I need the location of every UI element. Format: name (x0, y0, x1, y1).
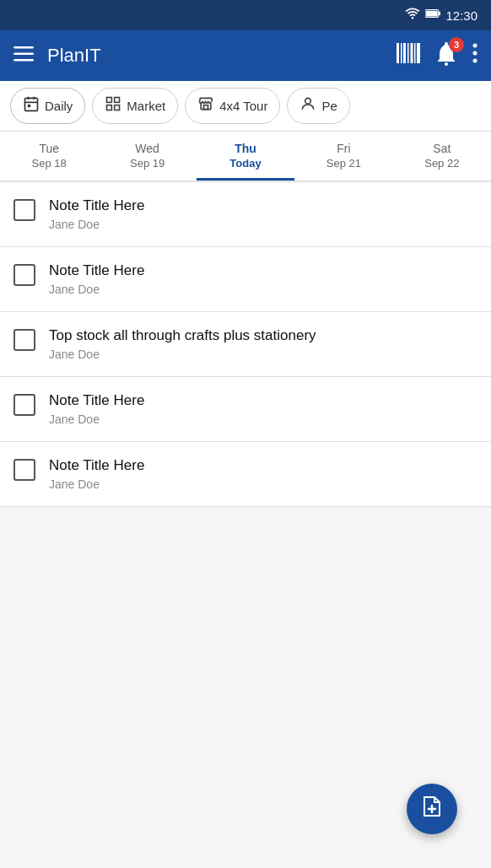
status-time: 12:30 (445, 8, 478, 23)
notification-badge: 3 (449, 37, 464, 52)
status-icons: 12:30 (405, 8, 478, 23)
svg-rect-7 (401, 43, 402, 63)
day-fri-name: Fri (337, 142, 350, 155)
more-options-icon[interactable] (472, 43, 478, 68)
day-thu[interactable]: Thu Today (197, 132, 294, 181)
task-author-4: Jane Doe (49, 412, 144, 426)
task-title-4: Note Title Here (49, 392, 144, 409)
day-navigator: Tue Sep 18 Wed Sep 19 Thu Today Fri Sep … (0, 132, 491, 182)
task-item-5[interactable]: Note Title Here Jane Doe (0, 442, 491, 507)
app-title: PlanIT (47, 45, 383, 67)
svg-rect-5 (13, 59, 34, 62)
svg-rect-26 (115, 105, 120, 111)
app-bar-icons: 3 (397, 42, 478, 69)
task-title-3: Top stock all through crafts plus statio… (49, 327, 316, 344)
task-title-2: Note Title Here (49, 262, 144, 279)
task-list: Note Title Here Jane Doe Note Title Here… (0, 182, 491, 507)
task-author-1: Jane Doe (49, 218, 144, 231)
task-title-1: Note Title Here (49, 197, 144, 214)
day-thu-name: Thu (235, 142, 256, 155)
task-item-4[interactable]: Note Title Here Jane Doe (0, 377, 491, 442)
task-author-3: Jane Doe (49, 348, 316, 361)
svg-rect-4 (13, 53, 34, 56)
tab-market-label: Market (127, 99, 165, 113)
add-note-button[interactable] (407, 784, 457, 834)
day-thu-date: Today (229, 157, 261, 170)
day-tue-date: Sep 18 (32, 157, 67, 170)
hamburger-icon[interactable] (13, 45, 34, 67)
svg-rect-8 (403, 43, 406, 63)
day-tue[interactable]: Tue Sep 18 (0, 132, 98, 181)
svg-rect-10 (411, 43, 413, 63)
task-checkbox-4[interactable] (13, 394, 35, 416)
tab-person-label: Pe (321, 99, 337, 113)
task-content-4: Note Title Here Jane Doe (49, 392, 144, 426)
svg-rect-27 (204, 105, 208, 110)
notification-bell[interactable]: 3 (435, 42, 457, 69)
wifi-icon (405, 8, 420, 23)
task-content-2: Note Title Here Jane Doe (49, 262, 144, 296)
svg-point-13 (445, 62, 448, 66)
svg-rect-3 (13, 46, 34, 49)
battery-icon (425, 8, 440, 23)
day-sat-name: Sat (433, 142, 451, 155)
tab-daily[interactable]: Daily (10, 88, 85, 124)
svg-rect-12 (417, 43, 420, 63)
day-sat-date: Sep 22 (424, 157, 459, 170)
task-content-5: Note Title Here Jane Doe (49, 457, 144, 491)
view-tabs: Daily Market 4x4 Tour (0, 81, 491, 132)
task-content-3: Top stock all through crafts plus statio… (49, 327, 316, 361)
day-fri[interactable]: Fri Sep 21 (294, 132, 392, 181)
day-tue-name: Tue (39, 142, 59, 155)
tab-market[interactable]: Market (92, 88, 178, 124)
tab-person[interactable]: Pe (287, 88, 349, 124)
day-fri-date: Sep 21 (326, 157, 361, 170)
task-title-5: Note Title Here (49, 457, 144, 474)
task-item-2[interactable]: Note Title Here Jane Doe (0, 247, 491, 312)
svg-rect-25 (107, 105, 112, 111)
tab-4x4tour[interactable]: 4x4 Tour (185, 88, 280, 124)
app-bar: PlanIT 3 (0, 30, 491, 81)
grid-icon (105, 95, 121, 116)
task-item-1[interactable]: Note Title Here Jane Doe (0, 182, 491, 247)
add-note-icon (420, 795, 444, 824)
task-author-5: Jane Doe (49, 477, 144, 491)
svg-rect-14 (445, 42, 448, 46)
svg-rect-6 (397, 43, 399, 63)
svg-rect-2 (440, 12, 441, 16)
task-author-2: Jane Doe (49, 283, 144, 296)
task-item-3[interactable]: Top stock all through crafts plus statio… (0, 312, 491, 377)
svg-rect-11 (414, 43, 416, 63)
svg-rect-22 (28, 105, 30, 107)
svg-point-15 (473, 44, 478, 48)
svg-rect-1 (427, 11, 439, 17)
day-sat[interactable]: Sat Sep 22 (393, 132, 491, 181)
svg-rect-23 (107, 98, 112, 103)
day-wed[interactable]: Wed Sep 19 (98, 132, 196, 181)
tab-4x4tour-label: 4x4 Tour (219, 99, 267, 113)
task-content-1: Note Title Here Jane Doe (49, 197, 144, 231)
barcode-icon[interactable] (397, 43, 420, 68)
task-checkbox-2[interactable] (13, 264, 35, 286)
task-checkbox-5[interactable] (13, 459, 35, 481)
person-icon (299, 95, 316, 116)
task-checkbox-1[interactable] (13, 199, 35, 221)
day-wed-name: Wed (135, 142, 159, 155)
svg-rect-9 (407, 43, 409, 63)
svg-rect-24 (115, 98, 120, 103)
day-wed-date: Sep 19 (130, 157, 165, 170)
svg-point-17 (473, 59, 478, 63)
svg-point-28 (305, 98, 311, 104)
svg-point-16 (473, 51, 478, 56)
tab-daily-label: Daily (45, 99, 73, 113)
svg-rect-18 (25, 98, 38, 111)
status-bar: 12:30 (0, 0, 491, 30)
calendar-icon (23, 95, 40, 116)
task-checkbox-3[interactable] (13, 329, 35, 351)
store-icon (197, 95, 214, 116)
